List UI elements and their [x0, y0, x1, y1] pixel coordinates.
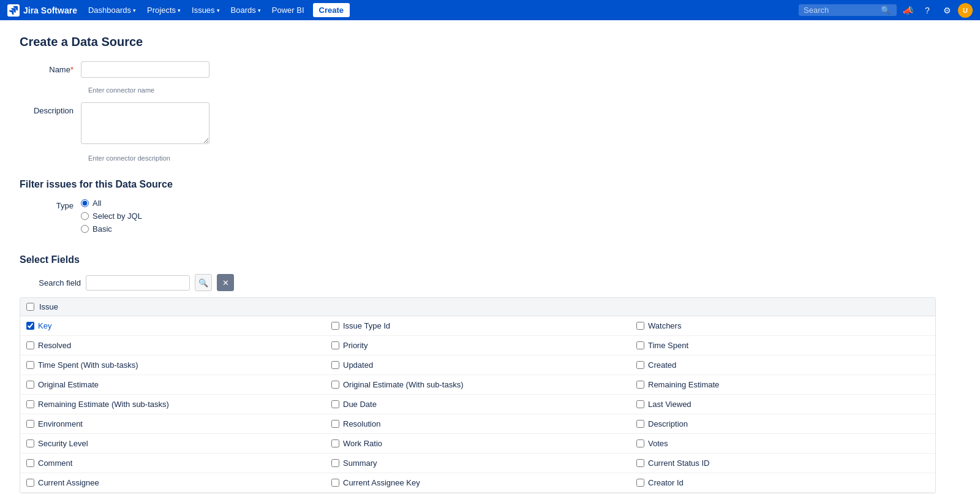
field-cell[interactable]: Remaining Estimate (With sub-tasks) — [20, 395, 325, 414]
reset-button[interactable]: ✕ — [217, 274, 234, 291]
field-checkbox[interactable] — [636, 479, 644, 487]
nav-projects[interactable]: Projects ▾ — [142, 0, 186, 20]
search-field-input[interactable] — [86, 275, 190, 291]
field-checkbox[interactable] — [26, 361, 34, 369]
search-field-row: Search field 🔍 ✕ — [20, 274, 936, 291]
table-row: KeyIssue Type IdWatchers — [20, 316, 935, 336]
field-cell[interactable]: Current Assignee — [20, 473, 325, 492]
field-cell[interactable]: Priority — [325, 336, 630, 355]
field-cell[interactable]: Updated — [325, 356, 630, 375]
radio-basic[interactable]: Basic — [81, 224, 142, 234]
field-checkbox[interactable] — [331, 400, 339, 408]
radio-jql-input[interactable] — [81, 212, 89, 220]
nav-powerbi[interactable]: Power BI — [267, 0, 309, 20]
radio-all[interactable]: All — [81, 199, 142, 208]
reset-icon: ✕ — [222, 278, 229, 287]
field-checkbox[interactable] — [331, 361, 339, 369]
field-checkbox[interactable] — [636, 361, 644, 369]
field-checkbox[interactable] — [331, 439, 339, 447]
field-checkbox[interactable] — [636, 439, 644, 447]
field-checkbox[interactable] — [636, 400, 644, 408]
name-field-group — [81, 61, 209, 78]
field-cell[interactable]: Watchers — [630, 316, 935, 335]
field-cell[interactable]: Time Spent (With sub-tasks) — [20, 356, 325, 375]
field-cell[interactable]: Summary — [325, 454, 630, 473]
field-cell[interactable]: Due Date — [325, 395, 630, 414]
field-checkbox[interactable] — [636, 341, 644, 349]
field-checkbox[interactable] — [331, 420, 339, 428]
page-title: Create a Data Source — [20, 35, 936, 49]
name-input[interactable] — [81, 61, 209, 78]
notifications-icon[interactable]: 📣 — [899, 2, 916, 19]
field-cell[interactable]: Original Estimate — [20, 375, 325, 394]
field-label: Comment — [38, 458, 72, 468]
navbar: Jira Software Dashboards ▾ Projects ▾ Is… — [0, 0, 980, 20]
field-checkbox[interactable] — [331, 341, 339, 349]
field-cell[interactable]: Current Status ID — [630, 454, 935, 473]
search-icon: 🔍 — [881, 6, 891, 15]
radio-basic-label: Basic — [92, 224, 112, 234]
field-cell[interactable]: Comment — [20, 454, 325, 473]
nav-issues[interactable]: Issues ▾ — [187, 0, 225, 20]
field-label: Current Assignee Key — [343, 478, 420, 487]
field-cell[interactable]: Description — [630, 414, 935, 433]
field-cell[interactable]: Security Level — [20, 434, 325, 453]
field-checkbox[interactable] — [331, 479, 339, 487]
field-checkbox[interactable] — [26, 400, 34, 408]
field-checkbox[interactable] — [331, 322, 339, 330]
field-cell[interactable]: Resolved — [20, 336, 325, 355]
nav-boards[interactable]: Boards ▾ — [226, 0, 266, 20]
issue-header-checkbox[interactable] — [26, 303, 34, 311]
search-button[interactable]: 🔍 — [195, 274, 212, 291]
field-checkbox[interactable] — [26, 479, 34, 487]
field-cell[interactable]: Resolution — [325, 414, 630, 433]
field-label: Votes — [648, 439, 668, 448]
type-radio-group: All Select by JQL Basic — [81, 199, 142, 237]
field-checkbox[interactable] — [636, 459, 644, 467]
search-field-label: Search field — [20, 278, 81, 287]
field-cell[interactable]: Issue Type Id — [325, 316, 630, 335]
field-label: Time Spent (With sub-tasks) — [38, 360, 138, 370]
search-box[interactable]: 🔍 — [799, 4, 897, 16]
radio-all-input[interactable] — [81, 199, 89, 207]
settings-icon[interactable]: ⚙ — [938, 2, 956, 19]
radio-jql[interactable]: Select by JQL — [81, 211, 142, 221]
field-checkbox[interactable] — [26, 439, 34, 447]
field-cell[interactable]: Creator Id — [630, 473, 935, 492]
create-button[interactable]: Create — [313, 3, 350, 17]
radio-basic-input[interactable] — [81, 225, 89, 233]
field-checkbox[interactable] — [26, 341, 34, 349]
field-checkbox[interactable] — [636, 420, 644, 428]
description-label: Description — [20, 102, 81, 115]
brand[interactable]: Jira Software — [7, 4, 77, 17]
field-cell[interactable]: Work Ratio — [325, 434, 630, 453]
field-label: Remaining Estimate (With sub-tasks) — [38, 400, 169, 409]
field-checkbox[interactable] — [26, 459, 34, 467]
search-input[interactable] — [804, 6, 877, 15]
field-label: Due Date — [343, 400, 377, 409]
field-cell[interactable]: Created — [630, 356, 935, 375]
field-checkbox[interactable] — [331, 381, 339, 389]
field-cell[interactable]: Current Assignee Key — [325, 473, 630, 492]
user-avatar[interactable]: U — [958, 3, 973, 18]
help-icon[interactable]: ? — [919, 2, 936, 19]
field-cell[interactable]: Votes — [630, 434, 935, 453]
field-label: Time Spent — [648, 341, 688, 350]
field-cell[interactable]: Last Viewed — [630, 395, 935, 414]
field-checkbox[interactable] — [331, 459, 339, 467]
table-row: CommentSummaryCurrent Status ID — [20, 454, 935, 473]
field-cell[interactable]: Environment — [20, 414, 325, 433]
nav-dashboards[interactable]: Dashboards ▾ — [83, 0, 141, 20]
field-cell[interactable]: Original Estimate (With sub-tasks) — [325, 375, 630, 394]
field-checkbox[interactable] — [26, 322, 34, 330]
field-checkbox[interactable] — [636, 381, 644, 389]
field-cell[interactable]: Key — [20, 316, 325, 335]
field-checkbox[interactable] — [26, 420, 34, 428]
field-cell[interactable]: Remaining Estimate — [630, 375, 935, 394]
field-checkbox[interactable] — [26, 381, 34, 389]
description-textarea[interactable] — [81, 102, 209, 144]
description-field-group — [81, 102, 209, 146]
field-cell[interactable]: Time Spent — [630, 336, 935, 355]
table-row: Original EstimateOriginal Estimate (With… — [20, 375, 935, 395]
field-checkbox[interactable] — [636, 322, 644, 330]
